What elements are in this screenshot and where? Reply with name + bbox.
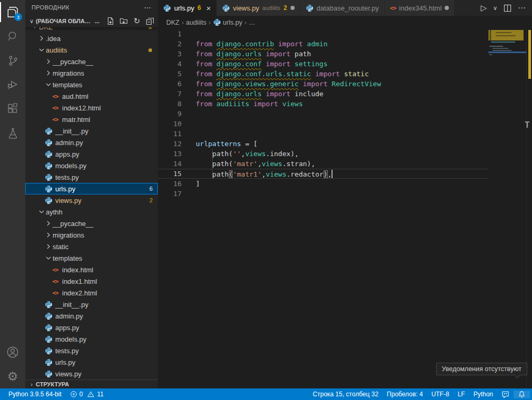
tree-file-apps.py[interactable]: apps.py [25, 322, 158, 333]
tree-file-tests.py[interactable]: tests.py [25, 171, 158, 183]
collapse-all-icon[interactable] [145, 16, 155, 26]
testing-icon[interactable] [0, 121, 25, 145]
tree-file-urls.py[interactable]: urls.py [25, 356, 158, 368]
close-icon[interactable]: × [206, 4, 211, 13]
tab-views.py[interactable]: views.pyaudiiits2 [217, 0, 300, 16]
vscode-window: 3 ⚙ [0, 0, 532, 400]
python-icon [44, 173, 53, 181]
code-line-4[interactable]: 4from django.conf import settings [158, 59, 488, 69]
chevron-right-icon [44, 57, 53, 66]
explorer-icon[interactable]: 3 [0, 0, 25, 24]
code-line-9[interactable]: 9 [158, 109, 488, 119]
editor-more-icon[interactable]: ⋯ [518, 3, 526, 13]
tab-index345.html[interactable]: <>index345.html [385, 0, 455, 16]
tree-file-__init__.py[interactable]: __init__.py [25, 125, 158, 137]
language-mode[interactable]: Python [469, 391, 497, 398]
tree-folder-__pycache__[interactable]: __pycache__ [25, 218, 158, 229]
code-line-1[interactable]: 1 [158, 29, 488, 39]
run-dropdown-icon[interactable]: ∨ [493, 5, 497, 12]
overview-cursor-mark: T [525, 120, 530, 130]
tree-folder-static[interactable]: static [25, 241, 158, 252]
code-line-15[interactable]: 15 path('matr1',views.redactor), [158, 169, 488, 179]
tree-folder-migrations[interactable]: migrations [25, 67, 158, 79]
outline-section-header[interactable]: › СТРУКТУРА [25, 380, 158, 388]
tree-file-admin.py[interactable]: admin.py [25, 137, 158, 148]
run-debug-icon[interactable] [0, 73, 25, 97]
tree-file-index2.html[interactable]: <>index2.html [25, 287, 158, 299]
code-area[interactable]: 12from django.contrib import admin3from … [158, 29, 532, 388]
breadcrumb-item-urls.py[interactable]: urls.py [213, 18, 243, 26]
line-number: 13 [158, 150, 196, 158]
notifications-bell-icon[interactable] [514, 391, 530, 398]
tree-file-views.py[interactable]: views.py2 [25, 194, 158, 206]
tree-folder-templates[interactable]: templates [25, 79, 158, 90]
tree-file-models.py[interactable]: models.py [25, 333, 158, 345]
tab-database_roouter.py[interactable]: database_roouter.py [300, 0, 385, 16]
tree-folder-__pycache__[interactable]: __pycache__ [25, 56, 158, 67]
code-line-6[interactable]: 6from django.views.generic import Redire… [158, 79, 488, 89]
tree-folder-.idea[interactable]: .idea [25, 33, 158, 44]
tree-file-urls.py[interactable]: urls.py6 [25, 183, 158, 194]
sidebar-more-icon[interactable]: ⋯ [144, 3, 152, 12]
tab-urls.py[interactable]: urls.py6× [158, 0, 217, 16]
code-line-14[interactable]: 14 path('matr',views.stran), [158, 159, 488, 169]
overview-ruler[interactable] [526, 29, 532, 388]
breadcrumb-item-DKZ[interactable]: DKZ [166, 19, 179, 26]
source-control-icon[interactable] [0, 48, 25, 73]
tree-file-matr.html[interactable]: <>matr.html [25, 114, 158, 125]
minimap[interactable] [488, 29, 526, 388]
tree-folder-templates[interactable]: templates [25, 252, 158, 264]
tree-file-aud.html[interactable]: <>aud.html [25, 90, 158, 102]
tree-file-tests.py[interactable]: tests.py [25, 345, 158, 356]
tab-label: index345.html [399, 4, 441, 12]
python-icon [222, 4, 230, 12]
python-interpreter[interactable]: Python 3.9.5 64-bit [4, 391, 66, 398]
code-line-11[interactable]: 11 [158, 129, 488, 139]
tree-folder-migrations[interactable]: migrations [25, 229, 158, 241]
line-number: 5 [158, 70, 196, 78]
code-line-13[interactable]: 13 path('',views.index), [158, 149, 488, 159]
eol-sequence[interactable]: LF [454, 391, 469, 398]
breadcrumb-label: … [249, 19, 256, 26]
breadcrumb-item-audiiits[interactable]: audiiits [186, 19, 206, 26]
refresh-icon[interactable]: ↻ [132, 16, 142, 26]
search-icon[interactable] [0, 24, 25, 48]
tree-file-index.html[interactable]: <>index.html [25, 264, 158, 275]
settings-gear-icon[interactable]: ⚙ [0, 364, 25, 388]
tree-file-index1.html[interactable]: <>index1.html [25, 275, 158, 287]
new-folder-icon[interactable] [119, 16, 128, 26]
code-line-16[interactable]: 16] [158, 179, 488, 189]
tree-file-models.py[interactable]: models.py [25, 160, 158, 171]
code-line-17[interactable]: 17 [158, 189, 488, 199]
code-line-5[interactable]: 5from django.conf.urls.static import sta… [158, 69, 488, 79]
code-line-7[interactable]: 7from django.urls import include [158, 89, 488, 99]
feedback-icon[interactable] [497, 391, 514, 398]
code-line-12[interactable]: 12urlpatterns = [ [158, 139, 488, 149]
run-button[interactable]: ▷ [480, 3, 487, 13]
python-icon [44, 127, 53, 135]
code-line-3[interactable]: 3from django.urls import path [158, 49, 488, 59]
code-line-8[interactable]: 8from audiiits import views [158, 99, 488, 109]
tree-file-admin.py[interactable]: admin.py [25, 310, 158, 322]
tree-folder-audiiits[interactable]: audiiits [25, 44, 158, 56]
code-line-10[interactable]: 10 [158, 119, 488, 129]
tree-file-index12.html[interactable]: <>index12.html [25, 102, 158, 114]
encoding[interactable]: UTF-8 [427, 391, 454, 398]
account-icon[interactable] [0, 340, 25, 364]
text-cursor [332, 170, 333, 178]
breadcrumb-item-…[interactable]: … [249, 19, 256, 26]
tree-item-label: views.py [55, 370, 82, 378]
minimap-mark [493, 48, 508, 49]
tree-file-__init__.py[interactable]: __init__.py [25, 299, 158, 310]
tree-file-apps.py[interactable]: apps.py [25, 148, 158, 160]
workspace-section-header[interactable]: ∨ (РАБОЧАЯ ОБЛАСТЬ) ... ↻ [25, 15, 158, 27]
new-file-icon[interactable] [106, 16, 115, 26]
code-line-2[interactable]: 2from django.contrib import admin [158, 39, 488, 49]
split-editor-icon[interactable] [504, 4, 511, 12]
extensions-icon[interactable] [0, 97, 25, 121]
cursor-position[interactable]: Строка 15, столбец 32 [308, 391, 383, 398]
tree-folder-aythh[interactable]: aythh [25, 206, 158, 218]
tree-file-views.py[interactable]: views.py [25, 368, 158, 380]
indentation[interactable]: Пробелов: 4 [383, 391, 427, 398]
problems-indicator[interactable]: 0 11 [66, 391, 108, 398]
